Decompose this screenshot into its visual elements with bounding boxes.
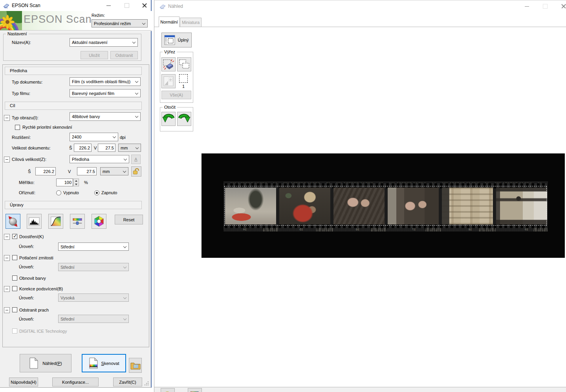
lock-proportions-button[interactable]	[131, 166, 141, 177]
dust-removal-checkbox[interactable]	[12, 307, 17, 312]
resize-grip[interactable]	[145, 381, 149, 386]
image-type-value: 48bitové barvy	[72, 114, 100, 119]
spinner-up-icon[interactable]	[73, 179, 79, 182]
zoom-tool-button[interactable]	[161, 388, 175, 392]
help-button[interactable]: Nápověda(H)	[9, 377, 38, 387]
histogram-button[interactable]	[27, 214, 42, 229]
close-button[interactable]	[556, 1, 566, 12]
resolution-combobox[interactable]: 2400	[70, 133, 118, 141]
doc-unit-value: mm	[121, 146, 128, 150]
selection-marquee[interactable]	[224, 186, 547, 226]
dust-level-combobox: Střední	[58, 315, 129, 323]
tab-thumbnail[interactable]: Miniatura	[180, 18, 201, 27]
backlight-expander[interactable]	[4, 286, 10, 292]
rotate-left-button[interactable]	[161, 112, 176, 126]
folder-photo-icon	[130, 361, 141, 370]
chevron-down-icon	[142, 22, 145, 25]
sharpen-checkbox[interactable]	[12, 234, 17, 239]
all-marquees-button[interactable]: Vše(A)	[161, 91, 191, 99]
target-size-dialog-button[interactable]: A	[131, 155, 141, 164]
mode-value: Profesionální režim	[94, 21, 131, 26]
grain-level-combobox: Střední	[58, 263, 129, 271]
film-type-value: Barevný negativní film	[72, 91, 114, 96]
scale-input[interactable]	[56, 179, 73, 186]
save-button[interactable]: Uložit	[81, 51, 108, 59]
document-type-label: Typ dokumentu:	[12, 80, 42, 84]
scan-button[interactable]: Skenovat	[82, 354, 126, 372]
marquee-zoom-button	[161, 74, 176, 88]
minimize-icon	[106, 5, 111, 6]
minimize-button[interactable]	[519, 1, 535, 12]
fast-priority-checkbox[interactable]	[15, 125, 20, 130]
marquee-count: 1	[182, 84, 185, 89]
trimming-off-radio[interactable]	[56, 190, 61, 195]
marquee-count-box	[179, 74, 188, 83]
chevron-down-icon	[123, 170, 126, 173]
image-type-expander[interactable]	[4, 115, 10, 121]
rotate-right-button[interactable]	[177, 112, 191, 126]
mode-combobox[interactable]: Profesionální režim	[92, 19, 148, 27]
color-restoration-checkbox[interactable]	[12, 275, 17, 281]
percent-label: %	[84, 180, 88, 185]
dust-expander[interactable]	[4, 307, 10, 313]
configuration-button[interactable]: Konfigurace...	[52, 377, 99, 387]
minimize-button[interactable]	[101, 0, 115, 11]
scale-label: Měřítko:	[19, 180, 35, 185]
marquee-group-title: Výřez	[163, 49, 177, 54]
delete-button[interactable]: Odstranit	[110, 51, 138, 59]
doc-height-input[interactable]	[98, 144, 115, 152]
image-adjustment-button[interactable]	[70, 214, 85, 229]
preview-button[interactable]: Náhled(P)	[20, 354, 71, 372]
doc-unit-combobox[interactable]: mm	[118, 144, 141, 152]
sharpen-level-combobox[interactable]: Střední	[58, 242, 129, 251]
delete-marquee-button[interactable]	[161, 57, 176, 71]
color-palette-button[interactable]	[92, 214, 106, 229]
target-size-label: Cílová velikost(Z):	[12, 157, 46, 162]
target-size-expander[interactable]	[4, 157, 10, 162]
maximize-button[interactable]	[537, 1, 553, 12]
target-unit-combobox[interactable]: mm	[100, 167, 128, 175]
film-type-combobox[interactable]: Barevný negativní film	[70, 89, 141, 97]
name-label: Název(A):	[12, 40, 31, 45]
target-height-symbol: V	[68, 169, 71, 174]
preview-canvas[interactable]: 19KODAK PORTRA 400 18KODAK PORTRA 400 17…	[201, 153, 565, 258]
reset-button[interactable]: Reset	[115, 215, 143, 224]
full-preview-label: Úplný	[178, 38, 189, 42]
target-size-combobox[interactable]: Předloha	[70, 155, 129, 163]
auto-exposure-button[interactable]	[5, 214, 20, 229]
full-preview-icon	[164, 35, 175, 45]
tab-normal[interactable]: Normální	[159, 16, 180, 27]
dpi-label: dpi	[120, 135, 126, 140]
exposure-tool-button[interactable]	[188, 388, 202, 392]
backlight-level-label: Úroveň:	[19, 295, 34, 300]
scale-spinner[interactable]	[73, 179, 79, 186]
settings-name-combobox[interactable]: Aktuální nastavení	[70, 38, 138, 47]
maximize-button[interactable]	[120, 0, 134, 11]
minimize-icon	[525, 6, 529, 7]
target-width-input[interactable]	[35, 167, 56, 175]
auto-exposure-icon	[7, 215, 19, 228]
backlight-correction-checkbox[interactable]	[12, 286, 17, 291]
grain-reduction-checkbox[interactable]	[12, 255, 17, 260]
preview-button-label: Náhled(P)	[42, 361, 62, 366]
close-button[interactable]	[137, 0, 152, 11]
spinner-down-icon[interactable]	[73, 182, 79, 186]
document-icon	[29, 357, 38, 369]
maximize-icon	[543, 4, 548, 9]
close-app-button[interactable]: Zavřít(C)	[113, 377, 142, 387]
duplicate-marquee-button[interactable]	[177, 57, 191, 71]
grain-level-label: Úroveň:	[19, 264, 34, 269]
sharpen-expander[interactable]	[4, 234, 10, 240]
trimming-on-radio[interactable]	[94, 190, 99, 195]
adjustments-section-header: Úpravy	[5, 201, 142, 209]
image-type-combobox[interactable]: 48bitové barvy	[70, 112, 141, 121]
histogram-icon	[28, 215, 40, 228]
target-height-input[interactable]	[77, 167, 97, 175]
tone-correction-button[interactable]	[48, 214, 63, 229]
trimming-label: Oříznutí:	[19, 190, 35, 195]
file-save-settings-button[interactable]	[129, 358, 142, 373]
full-preview-button[interactable]: Úplný	[161, 33, 192, 47]
document-type-combobox[interactable]: Film (s vodítkem oblasti filmu))	[70, 77, 141, 86]
doc-width-input[interactable]	[74, 144, 92, 152]
grain-expander[interactable]	[4, 255, 10, 261]
